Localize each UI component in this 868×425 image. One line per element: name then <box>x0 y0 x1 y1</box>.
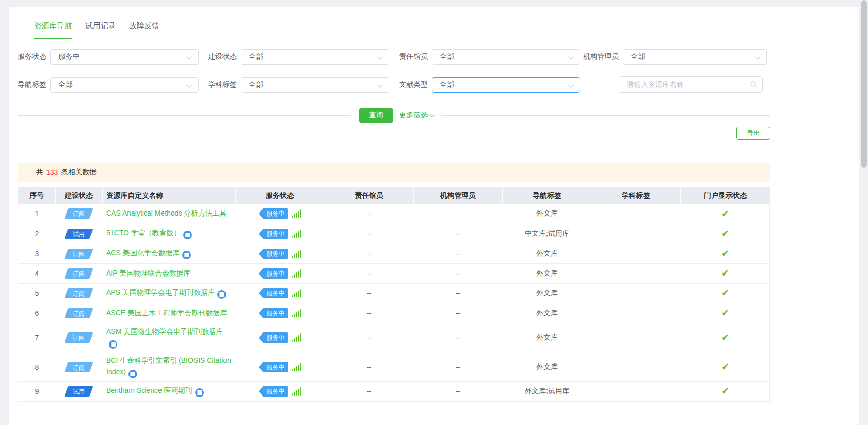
build-status-badge: 订阅 <box>64 268 93 279</box>
book-info-icon[interactable] <box>128 370 137 378</box>
badge-arrow <box>259 362 263 372</box>
build-status-label: 建设状态 <box>208 52 237 62</box>
cell-portal-status: ✔ <box>680 303 770 323</box>
search-icon <box>750 81 757 88</box>
service-status-badge: 服务中 <box>259 229 288 239</box>
book-info-icon[interactable] <box>217 290 226 299</box>
resource-name-link[interactable]: AIP 美国物理联合会数据库 <box>106 269 190 277</box>
build-status-label: 订阅 <box>73 289 85 299</box>
build-status-badge: 订阅 <box>64 308 93 318</box>
badge-arrow <box>259 249 263 259</box>
cell-service-status: 服务中 <box>235 244 325 263</box>
doc-type-label: 文献类型 <box>399 80 428 89</box>
resource-name-link[interactable]: Bentham Science 医药期刊 <box>106 386 192 394</box>
signal-bars-icon <box>292 309 302 317</box>
cell-service-status: 服务中 <box>235 323 325 352</box>
service-status-badge: 服务中 <box>259 288 288 298</box>
cell-service-status: 服务中 <box>235 303 325 323</box>
cell-librarian: -- <box>325 244 413 263</box>
check-icon: ✔ <box>721 361 729 372</box>
col-librarian: 责任馆员 <box>325 187 413 204</box>
cell-librarian: -- <box>325 323 413 352</box>
build-status-label: 订阅 <box>73 269 85 279</box>
cell-portal-status: ✔ <box>680 204 770 224</box>
cell-org-admin: -- <box>413 352 502 382</box>
filter-build-status: 建设状态 全部 <box>208 49 389 65</box>
cell-librarian: -- <box>325 303 413 323</box>
result-count-banner: 共 133 条相关数据 <box>18 163 770 182</box>
librarian-select[interactable]: 全部 <box>432 49 580 65</box>
cell-service-status: 服务中 <box>235 204 325 224</box>
resource-name-link[interactable]: BCI 生命科学引文索引 (BIOSIS Citation Index) <box>106 356 231 376</box>
table-row: 1订阅CAS Analytical Methods 分析方法工具服务中--外文库… <box>18 204 770 224</box>
more-filters-link[interactable]: 更多筛选 <box>399 111 434 120</box>
resource-name-link[interactable]: ASM 美国微生物学会电子期刊数据库 <box>106 327 223 336</box>
scrollbar-thumb[interactable] <box>861 0 867 168</box>
org-admin-select[interactable]: 全部 <box>623 49 767 65</box>
cell-build-status: 订阅 <box>55 323 102 352</box>
book-info-icon[interactable] <box>182 251 191 259</box>
book-info-icon[interactable] <box>195 388 204 397</box>
resource-table: 序号 建设状态 资源库自定义名称 服务状态 责任馆员 机构管理员 导航标签 学科… <box>18 187 770 402</box>
nav-tag-select[interactable]: 全部 <box>50 77 199 93</box>
build-status-select[interactable]: 全部 <box>241 49 389 65</box>
build-status-badge: 订阅 <box>64 362 93 372</box>
resource-name-link[interactable]: CAS Analytical Methods 分析方法工具 <box>106 209 227 217</box>
col-nav-tag: 导航标签 <box>502 187 592 204</box>
tab-trial-records[interactable]: 试用记录 <box>85 18 116 39</box>
count-suffix: 条相关数据 <box>61 168 97 177</box>
service-status-label: 服务中 <box>263 288 288 298</box>
build-status-badge: 订阅 <box>64 208 93 219</box>
filter-doc-type: 文献类型 全部 <box>399 77 580 93</box>
book-info-icon[interactable] <box>109 340 117 349</box>
query-button[interactable]: 查询 <box>359 108 393 123</box>
filter-org-admin: 机构管理员 全部 <box>583 49 767 65</box>
search-box <box>619 76 763 93</box>
table-row: 3订阅ACS 美国化学会数据库服务中----外文库✔ <box>18 244 770 263</box>
signal-bars-icon <box>292 363 302 371</box>
signal-bars-icon <box>292 209 302 218</box>
cell-resource-name: ASCE 美国土木工程师学会期刊数据库 <box>102 303 235 323</box>
main-panel: 资源库导航 试用记录 故障反馈 服务状态 服务中 建设状态 全部 责任馆员 全部… <box>9 7 859 425</box>
service-status-badge: 服务中 <box>259 386 288 397</box>
build-status-label: 订阅 <box>73 249 85 259</box>
subject-tag-select[interactable]: 全部 <box>241 77 389 93</box>
filter-nav-tag: 导航标签 全部 <box>18 77 199 93</box>
resource-name-link[interactable]: APS 美国物理学会电子期刊数据库 <box>106 288 215 296</box>
build-status-badge: 订阅 <box>64 249 93 259</box>
doc-type-select[interactable]: 全部 <box>432 77 580 93</box>
tabs-bar: 资源库导航 试用记录 故障反馈 <box>9 7 859 39</box>
export-button[interactable]: 导出 <box>736 127 770 140</box>
resource-name-link[interactable]: ACS 美国化学会数据库 <box>106 249 180 257</box>
cell-nav-tag: 外文库 <box>502 323 592 352</box>
check-icon: ✔ <box>721 228 729 239</box>
service-status-badge: 服务中 <box>259 308 288 318</box>
cell-resource-name: Bentham Science 医药期刊 <box>102 381 235 401</box>
select-value: 服务中 <box>51 52 80 62</box>
book-info-icon[interactable] <box>183 231 192 239</box>
signal-bars-icon <box>292 269 302 278</box>
cell-no: 3 <box>18 244 55 263</box>
cell-nav-tag: 中文库;试用库 <box>502 224 592 244</box>
service-status-label: 服务中 <box>263 249 288 259</box>
search-input[interactable] <box>619 80 750 88</box>
cell-nav-tag: 外文库 <box>502 204 592 224</box>
cell-portal-status: ✔ <box>680 263 770 283</box>
cell-build-status: 订阅 <box>55 244 102 263</box>
cell-build-status: 订阅 <box>55 283 102 303</box>
resource-name-link[interactable]: ASCE 美国土木工程师学会期刊数据库 <box>106 309 227 317</box>
cell-subject-tag <box>592 323 680 352</box>
cell-librarian: -- <box>325 263 413 283</box>
scrollbar-track[interactable] <box>860 0 868 425</box>
cell-build-status: 订阅 <box>55 352 102 382</box>
resource-name-link[interactable]: 51CTO 学堂（教育版） <box>106 229 181 237</box>
cell-service-status: 服务中 <box>235 381 325 401</box>
cell-nav-tag: 外文库 <box>502 352 592 382</box>
cell-no: 4 <box>18 263 55 283</box>
service-status-label: 服务中 <box>263 268 288 279</box>
cell-librarian: -- <box>325 204 413 224</box>
tab-fault-feedback[interactable]: 故障反馈 <box>129 18 159 39</box>
service-status-select[interactable]: 服务中 <box>50 49 199 65</box>
build-status-badge: 试用 <box>64 386 93 397</box>
tab-resource-library-nav[interactable]: 资源库导航 <box>34 18 72 39</box>
